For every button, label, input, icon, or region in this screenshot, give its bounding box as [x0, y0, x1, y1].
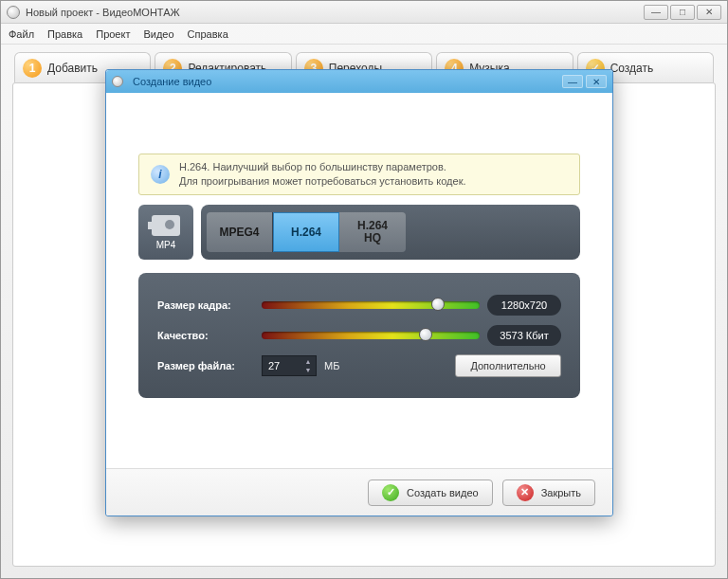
- menu-video[interactable]: Видео: [143, 28, 173, 40]
- format-icon-box: MP4: [138, 205, 193, 260]
- frame-size-value: 1280x720: [487, 295, 561, 316]
- window-title: Новый проект - ВидеоМОНТАЖ: [26, 7, 644, 18]
- frame-size-row: Размер кадра: 1280x720: [157, 290, 561, 320]
- dialog-title: Создание видео: [133, 76, 562, 87]
- quality-value: 3573 Кбит: [487, 325, 561, 346]
- slider-track: [262, 332, 480, 339]
- frame-size-slider[interactable]: [262, 299, 480, 311]
- tab-label: Создать: [610, 62, 654, 75]
- checkmark-icon: ✓: [382, 484, 399, 501]
- slider-thumb[interactable]: [419, 328, 432, 341]
- settings-panel: Размер кадра: 1280x720 Качество: 3573 Кб…: [138, 273, 580, 398]
- close-button-label: Закрыть: [541, 487, 581, 498]
- filesize-label: Размер файла:: [157, 360, 254, 371]
- quality-slider[interactable]: [262, 330, 480, 341]
- create-video-button[interactable]: ✓ Создать видео: [368, 479, 493, 506]
- filesize-stepper[interactable]: 27 ▲▼: [262, 355, 317, 376]
- close-dialog-button[interactable]: ✕ Закрыть: [502, 479, 595, 506]
- create-video-dialog: Создание видео — ✕ i H.264. Наилучший вы…: [105, 69, 613, 516]
- camera-icon: [152, 215, 180, 236]
- codec-pill: MPEG4 H.264 H.264 HQ: [201, 205, 580, 260]
- info-text: H.264. Наилучший выбор по большинству па…: [179, 160, 466, 190]
- quality-label: Качество:: [157, 330, 254, 341]
- arrow-down-icon[interactable]: ▼: [302, 366, 314, 374]
- menu-edit[interactable]: Правка: [47, 28, 82, 40]
- filesize-value: 27: [268, 360, 280, 371]
- filesize-row: Размер файла: 27 ▲▼ МБ Дополнительно: [157, 351, 561, 381]
- main-window: Новый проект - ВидеоМОНТАЖ — □ ✕ Файл Пр…: [0, 0, 728, 579]
- close-icon: ✕: [517, 484, 534, 501]
- app-icon: [7, 6, 20, 19]
- dialog-icon: [112, 76, 123, 87]
- advanced-button[interactable]: Дополнительно: [455, 354, 561, 377]
- codec-mpeg4-button[interactable]: MPEG4: [207, 212, 273, 252]
- filesize-unit: МБ: [324, 360, 339, 371]
- close-button[interactable]: ✕: [697, 5, 721, 20]
- stepper-arrows[interactable]: ▲▼: [302, 357, 314, 374]
- info-icon: i: [151, 165, 170, 184]
- step-1-icon: 1: [23, 59, 42, 78]
- arrow-up-icon[interactable]: ▲: [302, 357, 314, 366]
- dialog-footer: ✓ Создать видео ✕ Закрыть: [106, 468, 612, 516]
- dialog-controls: — ✕: [562, 75, 607, 88]
- dialog-minimize-button[interactable]: —: [562, 75, 583, 88]
- minimize-button[interactable]: —: [644, 5, 668, 20]
- format-label: MP4: [156, 240, 176, 250]
- tab-label: Добавить: [47, 62, 98, 75]
- menu-file[interactable]: Файл: [9, 28, 34, 40]
- slider-track: [262, 301, 480, 309]
- codec-h264-button[interactable]: H.264: [273, 212, 339, 252]
- title-bar: Новый проект - ВидеоМОНТАЖ — □ ✕: [1, 1, 727, 24]
- codec-selector: MP4 MPEG4 H.264 H.264 HQ: [138, 205, 580, 260]
- create-button-label: Создать видео: [407, 487, 479, 498]
- menu-bar: Файл Правка Проект Видео Справка: [1, 24, 727, 45]
- info-banner: i H.264. Наилучший выбор по большинству …: [138, 154, 580, 195]
- menu-project[interactable]: Проект: [96, 28, 130, 40]
- frame-size-label: Размер кадра:: [157, 299, 254, 311]
- maximize-button[interactable]: □: [670, 5, 695, 20]
- window-controls: — □ ✕: [644, 5, 721, 20]
- dialog-title-bar: Создание видео — ✕: [106, 70, 612, 93]
- menu-help[interactable]: Справка: [188, 28, 228, 40]
- dialog-close-button[interactable]: ✕: [586, 75, 607, 88]
- codec-h264hq-button[interactable]: H.264 HQ: [339, 212, 406, 252]
- quality-row: Качество: 3573 Кбит: [157, 320, 561, 351]
